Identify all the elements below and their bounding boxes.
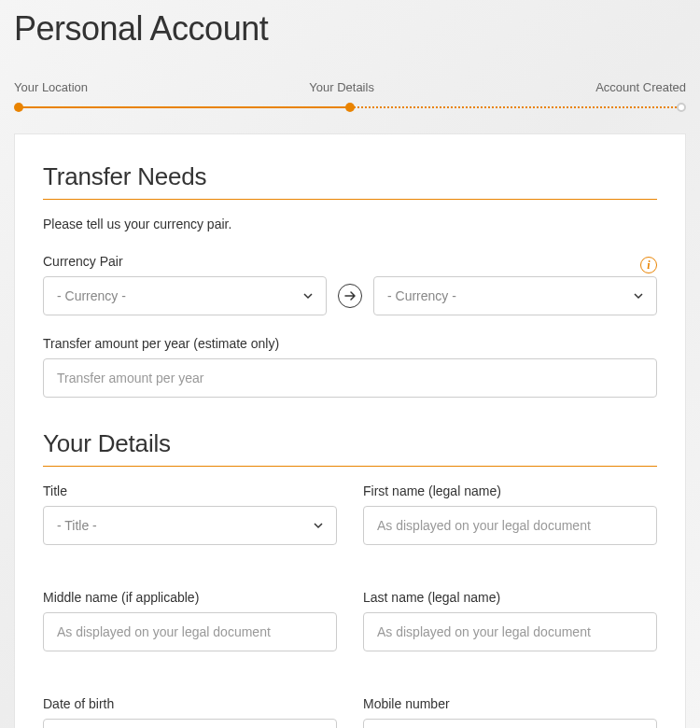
mobile-input[interactable]: 012-345 6789 <box>363 719 657 728</box>
currency-to-select[interactable]: - Currency - <box>373 276 657 315</box>
progress-stepper: Your Location Your Details Account Creat… <box>14 65 686 113</box>
progress-dot-1 <box>14 103 23 112</box>
step-location-label: Your Location <box>14 80 88 94</box>
currency-from-select[interactable]: - Currency - <box>43 276 327 315</box>
info-icon[interactable]: i <box>640 257 657 273</box>
currency-pair-label: Currency Pair <box>43 254 123 269</box>
middle-name-label: Middle name (if applicable) <box>43 590 337 605</box>
last-name-input[interactable]: As displayed on your legal document <box>363 612 657 651</box>
chevron-down-icon <box>314 521 323 530</box>
step-details-label: Your Details <box>309 80 374 94</box>
last-name-label: Last name (legal name) <box>363 590 657 605</box>
transfer-subtext: Please tell us your currency pair. <box>43 217 657 231</box>
first-name-input[interactable]: As displayed on your legal document <box>363 506 657 545</box>
title-label: Title <box>43 483 337 498</box>
title-value: - Title - <box>57 518 97 533</box>
dob-label: Date of birth <box>43 696 337 711</box>
arrow-right-icon <box>338 284 362 308</box>
title-select[interactable]: - Title - <box>43 506 337 545</box>
progress-dot-3 <box>677 103 686 112</box>
mobile-label: Mobile number <box>363 696 657 711</box>
progress-line-done <box>20 106 350 108</box>
first-name-placeholder: As displayed on your legal document <box>377 518 591 533</box>
step-created-label: Account Created <box>595 80 686 94</box>
transfer-amount-placeholder: Transfer amount per year <box>57 371 203 385</box>
form-card: Transfer Needs Please tell us your curre… <box>14 133 686 728</box>
chevron-down-icon <box>634 291 643 301</box>
transfer-amount-label: Transfer amount per year (estimate only) <box>43 336 657 351</box>
progress-dot-2 <box>345 103 355 112</box>
chevron-down-icon <box>303 291 313 301</box>
transfer-amount-input[interactable]: Transfer amount per year <box>43 358 657 398</box>
dob-input[interactable]: dd/mm/yyyy <box>43 719 337 728</box>
currency-from-value: - Currency - <box>57 288 126 303</box>
page-title: Personal Account <box>14 0 686 65</box>
currency-to-value: - Currency - <box>387 288 456 303</box>
your-details-heading: Your Details <box>43 429 657 467</box>
middle-name-input[interactable]: As displayed on your legal document <box>43 612 337 651</box>
middle-name-placeholder: As displayed on your legal document <box>57 624 271 639</box>
transfer-needs-heading: Transfer Needs <box>43 162 657 200</box>
last-name-placeholder: As displayed on your legal document <box>377 624 591 639</box>
first-name-label: First name (legal name) <box>363 483 657 498</box>
progress-line-pending <box>350 106 680 108</box>
